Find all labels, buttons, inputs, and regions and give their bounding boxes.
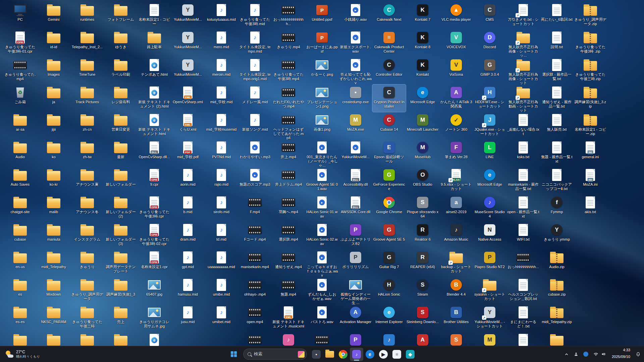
desktop-icon[interactable]: jijii (37, 112, 70, 139)
desktop-icon[interactable]: cubase.zip (540, 277, 574, 304)
desktop-icon[interactable]: ゆうき (104, 29, 138, 57)
desktop-icon[interactable]: きゅうり食ってた午後3時 .zip (574, 29, 607, 57)
desktop-icon[interactable]: F.mp4 (238, 194, 272, 222)
desktop-icon[interactable]: VVOICEVOX (439, 29, 473, 57)
desktop-icon[interactable]: おっhhhhhhhhhh... (506, 249, 540, 277)
desktop-icon[interactable]: umibe.mid (205, 277, 238, 304)
desktop-icon[interactable]: maniuta (37, 222, 70, 249)
desktop-icon[interactable]: DLLOpenCvSharp.dll... (138, 139, 171, 167)
desktop-icon[interactable]: mero.mid (205, 29, 238, 57)
desktop-icon[interactable]: jusu.mid (171, 304, 205, 332)
desktop-icon[interactable]: Audio.zip (540, 249, 574, 277)
desktop-icon[interactable]: ごみ箱 (3, 84, 37, 112)
desktop-icon[interactable]: aairset2-2019 (439, 194, 473, 222)
clock[interactable]: 4:33 2025/09/10 (609, 348, 633, 361)
desktop-icon[interactable]: midi_Telepathy (37, 249, 70, 277)
desktop-icon[interactable]: XLSX9.5.xlsx - ショートカット (439, 167, 473, 194)
desktop-icon[interactable]: CPRきゅうり食ってた午後3時-02.cpr (138, 222, 171, 249)
desktop-icon[interactable]: zh-cn (70, 112, 104, 139)
desktop-icon[interactable]: 無題のスコア.mp3 (238, 167, 272, 194)
desktop-icon[interactable]: ヘッドフォンはずしててあがった.mp4 (272, 112, 305, 139)
chrome-icon[interactable] (336, 348, 350, 361)
desktop-icon[interactable]: gpt.mid (171, 249, 205, 277)
desktop-icon[interactable]: 選択肢 - 親作品一覧.txt (540, 57, 574, 84)
desktop-icon[interactable]: 新規 テキスト ドキュメント (2).html (138, 84, 171, 112)
desktop-icon[interactable]: アナウンス夏 (70, 167, 104, 194)
desktop-icon[interactable]: 小銭踊り.wav (339, 2, 372, 29)
desktop-icon[interactable]: DLLAccessibility.dll (339, 167, 372, 194)
desktop-icon[interactable]: 無人販売不正行為動画 - ショートカット (506, 84, 540, 112)
desktop-icon[interactable]: KKontakt 7 (406, 2, 439, 29)
desktop-icon[interactable]: Gemini (37, 2, 70, 29)
media-player-icon[interactable]: ▶ (377, 348, 390, 361)
desktop-icon[interactable]: ♪MuseScore Studio 4 (473, 194, 506, 222)
desktop-icon[interactable]: Track Pictures (70, 84, 104, 112)
desktop-icon[interactable]: PVTNd.mid (205, 139, 238, 167)
desktop-icon[interactable]: manisekarin - 親作品一覧.txt (506, 167, 540, 194)
desktop-icon[interactable]: きゅうりガチコレ用サムネ.jpg (138, 304, 171, 332)
desktop-icon[interactable]: ラベル印刷 (104, 57, 138, 84)
desktop-icon[interactable]: mid_学校musemid (205, 112, 238, 139)
desktop-icon[interactable]: 新しいフォルダー (3) (104, 222, 138, 249)
desktop-icon[interactable]: INIgeneral.ini (574, 139, 607, 167)
desktop-icon[interactable]: きゅうり食ってた午後三時 (70, 304, 104, 332)
desktop-icon[interactable]: fFymmp (540, 194, 574, 222)
desktop-icon[interactable]: 井上.mp4 (272, 139, 305, 167)
desktop-icon[interactable]: ja (37, 84, 70, 112)
desktop-icon[interactable]: rajio.mid (205, 167, 238, 194)
desktop-icon[interactable]: Telepathy_Inst_2... (70, 29, 104, 57)
desktop-icon[interactable]: 孤独なインディーゲーム開発者の一生 ... (339, 277, 372, 304)
desktop-icon[interactable]: 新しいフォルダー (2) (104, 194, 138, 222)
desktop-icon[interactable]: backup - ショートカット (439, 249, 473, 277)
desktop-icon[interactable]: INIMoZA.ini (574, 167, 607, 194)
desktop-icon[interactable]: ksks.txt (506, 139, 540, 167)
tray-user-button[interactable] (572, 348, 581, 361)
desktop-icon[interactable]: ohhayo-.mp4 (238, 277, 272, 304)
desktop-icon[interactable]: 無題.mp4 (272, 277, 305, 304)
desktop-icon[interactable]: まにまにわーるど！.txt (506, 304, 540, 332)
desktop-icon[interactable]: XMLくらU.xml (171, 112, 205, 139)
desktop-icon[interactable]: GGuitar Rig 7 (372, 249, 406, 277)
file-explorer-icon[interactable] (323, 348, 336, 361)
desktop-icon[interactable]: malib (37, 194, 70, 222)
desktop-icon[interactable]: zh-tw (70, 139, 104, 167)
desktop-icon[interactable]: open.mp4 (238, 304, 272, 332)
desktop-icon[interactable]: SSteinberg Downlo... (406, 304, 439, 332)
desktop-icon[interactable]: ✓ノートン 360 (439, 112, 473, 139)
desktop-icon[interactable]: CCakewalk Next (372, 2, 406, 29)
desktop-icon[interactable]: 無題 - 親作品一覧.txt (540, 139, 574, 167)
desktop-icon[interactable]: ♪Amazon Music (439, 222, 473, 249)
desktop-icon[interactable]: CPRきゅうり食ってた午後3時.cpr (138, 194, 171, 222)
desktop-icon[interactable]: 説明.txt (540, 29, 574, 57)
desktop-icon[interactable]: NNative Access (473, 222, 506, 249)
desktop-icon[interactable]: HALion Sonic 02.wav (305, 222, 339, 249)
desktop-icon[interactable]: フォトフレーム (104, 2, 138, 29)
desktop-icon[interactable]: HALion Sonic 01.wav (305, 194, 339, 222)
weather-widget[interactable]: 27°C 晴れ時々くもり (2, 346, 43, 362)
hidden-icons-button[interactable] (562, 348, 571, 361)
desktop-icon[interactable]: td.mid (205, 222, 238, 249)
desktop-icon[interactable]: HHALion Sonic (372, 277, 406, 304)
desktop-icon[interactable]: バストろ.wav (305, 304, 339, 332)
desktop-icon[interactable]: sirofo.mid (205, 194, 238, 222)
desktop-icon[interactable]: TimeTune (70, 57, 104, 84)
desktop-icon[interactable]: CPRきゅうり食ってた午後3時-01.cpr (3, 29, 37, 57)
desktop-icon[interactable]: VVoiSona (439, 57, 473, 84)
desktop-icon[interactable]: 新規 テキスト ドキュメント.html (138, 112, 171, 139)
desktop-icon[interactable]: 新規エクスポート.wav (339, 29, 372, 57)
desktop-icon[interactable]: kotusytuaaus.mid (205, 2, 238, 29)
desktop-icon[interactable]: 調声練習(失敗)_3 (104, 277, 138, 304)
desktop-icon[interactable]: CCMS (473, 2, 506, 29)
desktop-icon[interactable]: おっhhhhhhhhhhhh... (272, 2, 305, 29)
desktop-icon[interactable]: F筆まめ Ver.28 (439, 139, 473, 167)
desktop-icon[interactable]: 新しいフォルダー (104, 167, 138, 194)
desktop-icon[interactable]: 無人販売.txt (540, 112, 574, 139)
desktop-icon[interactable]: ▪createdump.exe (339, 84, 372, 112)
desktop-icon[interactable]: aorin.mid (171, 167, 205, 194)
desktop-icon[interactable]: ニコニコバックアップコーⅡ.txt (540, 167, 574, 194)
search-box[interactable]: 検索 (243, 349, 307, 360)
desktop-icon[interactable]: YukkuriMovieM... (339, 139, 372, 167)
desktop-icon[interactable]: RReaktor 6 (406, 222, 439, 249)
desktop-icon[interactable]: タイトル未設定, tempo.orig1.mid (238, 57, 272, 84)
desktop-icon[interactable]: eInternet Explorer (372, 304, 406, 332)
